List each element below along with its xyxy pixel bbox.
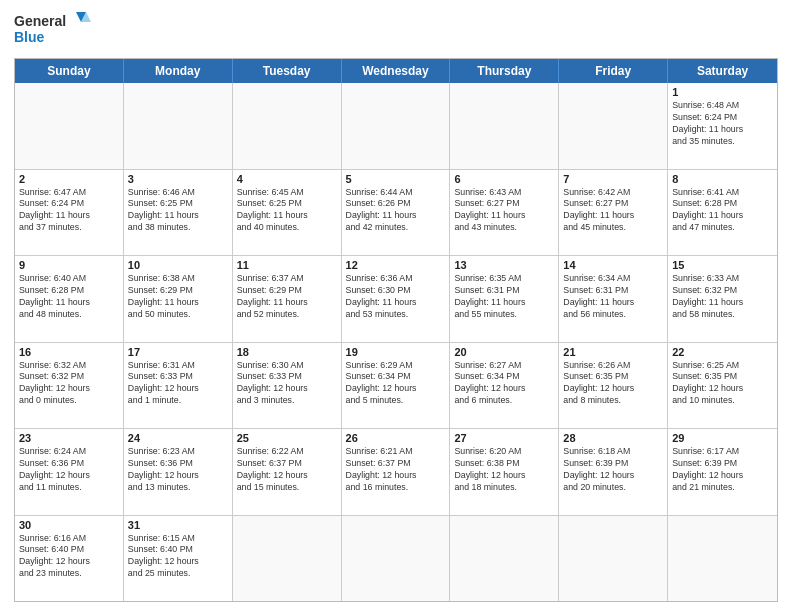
weekday-header-tuesday: Tuesday bbox=[233, 59, 342, 83]
day-info: Sunrise: 6:15 AM Sunset: 6:40 PM Dayligh… bbox=[128, 533, 228, 581]
calendar-cell: 3Sunrise: 6:46 AM Sunset: 6:25 PM Daylig… bbox=[124, 170, 233, 256]
svg-text:Blue: Blue bbox=[14, 29, 45, 45]
weekday-header-saturday: Saturday bbox=[668, 59, 777, 83]
calendar-cell bbox=[450, 83, 559, 169]
day-number: 27 bbox=[454, 432, 554, 444]
calendar-cell bbox=[233, 83, 342, 169]
calendar-cell: 4Sunrise: 6:45 AM Sunset: 6:25 PM Daylig… bbox=[233, 170, 342, 256]
calendar-week-row: 9Sunrise: 6:40 AM Sunset: 6:28 PM Daylig… bbox=[15, 256, 777, 343]
day-number: 28 bbox=[563, 432, 663, 444]
day-info: Sunrise: 6:31 AM Sunset: 6:33 PM Dayligh… bbox=[128, 360, 228, 408]
day-number: 19 bbox=[346, 346, 446, 358]
calendar-cell: 14Sunrise: 6:34 AM Sunset: 6:31 PM Dayli… bbox=[559, 256, 668, 342]
day-info: Sunrise: 6:38 AM Sunset: 6:29 PM Dayligh… bbox=[128, 273, 228, 321]
calendar-cell bbox=[559, 516, 668, 602]
calendar-week-row: 23Sunrise: 6:24 AM Sunset: 6:36 PM Dayli… bbox=[15, 429, 777, 516]
day-number: 5 bbox=[346, 173, 446, 185]
calendar-cell: 26Sunrise: 6:21 AM Sunset: 6:37 PM Dayli… bbox=[342, 429, 451, 515]
page: General Blue SundayMondayTuesdayWednesda… bbox=[0, 0, 792, 612]
day-info: Sunrise: 6:46 AM Sunset: 6:25 PM Dayligh… bbox=[128, 187, 228, 235]
day-number: 26 bbox=[346, 432, 446, 444]
day-info: Sunrise: 6:16 AM Sunset: 6:40 PM Dayligh… bbox=[19, 533, 119, 581]
day-number: 8 bbox=[672, 173, 773, 185]
calendar-cell: 19Sunrise: 6:29 AM Sunset: 6:34 PM Dayli… bbox=[342, 343, 451, 429]
day-info: Sunrise: 6:47 AM Sunset: 6:24 PM Dayligh… bbox=[19, 187, 119, 235]
calendar-cell: 7Sunrise: 6:42 AM Sunset: 6:27 PM Daylig… bbox=[559, 170, 668, 256]
day-number: 9 bbox=[19, 259, 119, 271]
day-number: 14 bbox=[563, 259, 663, 271]
day-number: 1 bbox=[672, 86, 773, 98]
calendar-cell bbox=[668, 516, 777, 602]
calendar-cell: 24Sunrise: 6:23 AM Sunset: 6:36 PM Dayli… bbox=[124, 429, 233, 515]
calendar-cell: 5Sunrise: 6:44 AM Sunset: 6:26 PM Daylig… bbox=[342, 170, 451, 256]
day-info: Sunrise: 6:25 AM Sunset: 6:35 PM Dayligh… bbox=[672, 360, 773, 408]
day-info: Sunrise: 6:24 AM Sunset: 6:36 PM Dayligh… bbox=[19, 446, 119, 494]
day-info: Sunrise: 6:40 AM Sunset: 6:28 PM Dayligh… bbox=[19, 273, 119, 321]
day-number: 24 bbox=[128, 432, 228, 444]
generalblue-logo-icon: General Blue bbox=[14, 10, 94, 52]
day-number: 20 bbox=[454, 346, 554, 358]
calendar-cell: 1Sunrise: 6:48 AM Sunset: 6:24 PM Daylig… bbox=[668, 83, 777, 169]
calendar-week-row: 2Sunrise: 6:47 AM Sunset: 6:24 PM Daylig… bbox=[15, 170, 777, 257]
day-info: Sunrise: 6:37 AM Sunset: 6:29 PM Dayligh… bbox=[237, 273, 337, 321]
day-number: 10 bbox=[128, 259, 228, 271]
day-info: Sunrise: 6:27 AM Sunset: 6:34 PM Dayligh… bbox=[454, 360, 554, 408]
day-number: 18 bbox=[237, 346, 337, 358]
calendar-cell: 29Sunrise: 6:17 AM Sunset: 6:39 PM Dayli… bbox=[668, 429, 777, 515]
day-number: 30 bbox=[19, 519, 119, 531]
calendar-cell bbox=[15, 83, 124, 169]
calendar-cell bbox=[342, 83, 451, 169]
day-number: 13 bbox=[454, 259, 554, 271]
logo-area: General Blue bbox=[14, 10, 94, 52]
day-number: 3 bbox=[128, 173, 228, 185]
calendar-week-row: 16Sunrise: 6:32 AM Sunset: 6:32 PM Dayli… bbox=[15, 343, 777, 430]
weekday-header-sunday: Sunday bbox=[15, 59, 124, 83]
day-info: Sunrise: 6:33 AM Sunset: 6:32 PM Dayligh… bbox=[672, 273, 773, 321]
calendar-cell: 16Sunrise: 6:32 AM Sunset: 6:32 PM Dayli… bbox=[15, 343, 124, 429]
day-number: 25 bbox=[237, 432, 337, 444]
calendar-cell: 20Sunrise: 6:27 AM Sunset: 6:34 PM Dayli… bbox=[450, 343, 559, 429]
day-number: 12 bbox=[346, 259, 446, 271]
day-number: 22 bbox=[672, 346, 773, 358]
calendar-cell: 8Sunrise: 6:41 AM Sunset: 6:28 PM Daylig… bbox=[668, 170, 777, 256]
day-info: Sunrise: 6:44 AM Sunset: 6:26 PM Dayligh… bbox=[346, 187, 446, 235]
day-info: Sunrise: 6:22 AM Sunset: 6:37 PM Dayligh… bbox=[237, 446, 337, 494]
calendar-cell: 31Sunrise: 6:15 AM Sunset: 6:40 PM Dayli… bbox=[124, 516, 233, 602]
header: General Blue bbox=[14, 10, 778, 52]
day-info: Sunrise: 6:17 AM Sunset: 6:39 PM Dayligh… bbox=[672, 446, 773, 494]
day-number: 31 bbox=[128, 519, 228, 531]
calendar-cell bbox=[559, 83, 668, 169]
calendar-cell: 11Sunrise: 6:37 AM Sunset: 6:29 PM Dayli… bbox=[233, 256, 342, 342]
day-info: Sunrise: 6:42 AM Sunset: 6:27 PM Dayligh… bbox=[563, 187, 663, 235]
day-info: Sunrise: 6:21 AM Sunset: 6:37 PM Dayligh… bbox=[346, 446, 446, 494]
day-number: 4 bbox=[237, 173, 337, 185]
day-info: Sunrise: 6:20 AM Sunset: 6:38 PM Dayligh… bbox=[454, 446, 554, 494]
day-info: Sunrise: 6:41 AM Sunset: 6:28 PM Dayligh… bbox=[672, 187, 773, 235]
day-number: 29 bbox=[672, 432, 773, 444]
calendar-cell: 9Sunrise: 6:40 AM Sunset: 6:28 PM Daylig… bbox=[15, 256, 124, 342]
day-info: Sunrise: 6:18 AM Sunset: 6:39 PM Dayligh… bbox=[563, 446, 663, 494]
calendar-cell: 23Sunrise: 6:24 AM Sunset: 6:36 PM Dayli… bbox=[15, 429, 124, 515]
calendar-week-row: 1Sunrise: 6:48 AM Sunset: 6:24 PM Daylig… bbox=[15, 83, 777, 170]
calendar-header-row: SundayMondayTuesdayWednesdayThursdayFrid… bbox=[15, 59, 777, 83]
day-info: Sunrise: 6:35 AM Sunset: 6:31 PM Dayligh… bbox=[454, 273, 554, 321]
calendar-cell: 12Sunrise: 6:36 AM Sunset: 6:30 PM Dayli… bbox=[342, 256, 451, 342]
weekday-header-friday: Friday bbox=[559, 59, 668, 83]
calendar-cell: 15Sunrise: 6:33 AM Sunset: 6:32 PM Dayli… bbox=[668, 256, 777, 342]
calendar-cell: 27Sunrise: 6:20 AM Sunset: 6:38 PM Dayli… bbox=[450, 429, 559, 515]
day-info: Sunrise: 6:32 AM Sunset: 6:32 PM Dayligh… bbox=[19, 360, 119, 408]
calendar-body: 1Sunrise: 6:48 AM Sunset: 6:24 PM Daylig… bbox=[15, 83, 777, 601]
weekday-header-wednesday: Wednesday bbox=[342, 59, 451, 83]
calendar-wrapper: SundayMondayTuesdayWednesdayThursdayFrid… bbox=[14, 58, 778, 602]
day-number: 6 bbox=[454, 173, 554, 185]
day-number: 15 bbox=[672, 259, 773, 271]
calendar-cell: 6Sunrise: 6:43 AM Sunset: 6:27 PM Daylig… bbox=[450, 170, 559, 256]
day-info: Sunrise: 6:26 AM Sunset: 6:35 PM Dayligh… bbox=[563, 360, 663, 408]
weekday-header-monday: Monday bbox=[124, 59, 233, 83]
calendar-cell: 28Sunrise: 6:18 AM Sunset: 6:39 PM Dayli… bbox=[559, 429, 668, 515]
day-number: 17 bbox=[128, 346, 228, 358]
weekday-header-thursday: Thursday bbox=[450, 59, 559, 83]
calendar-cell: 22Sunrise: 6:25 AM Sunset: 6:35 PM Dayli… bbox=[668, 343, 777, 429]
calendar-cell bbox=[342, 516, 451, 602]
day-number: 11 bbox=[237, 259, 337, 271]
